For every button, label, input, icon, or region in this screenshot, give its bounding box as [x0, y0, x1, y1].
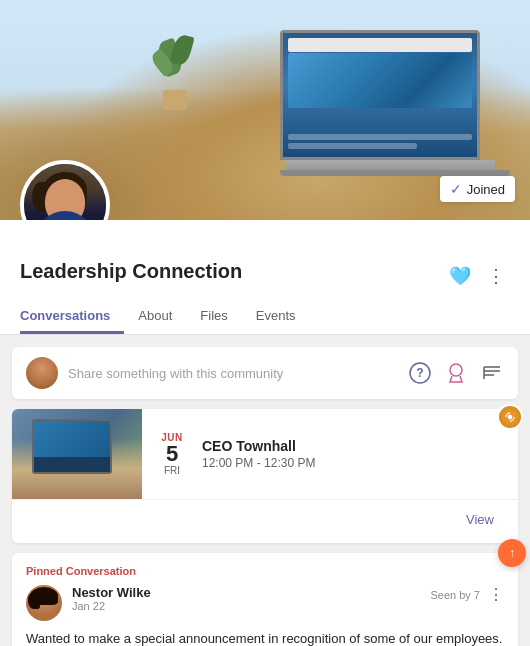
pinned-conversation: ↑ Pinned Conversation Nestor Wilke Jan 2… — [12, 553, 518, 646]
pinned-label: Pinned Conversation — [26, 565, 504, 577]
event-title: CEO Townhall — [202, 438, 510, 454]
heart-icon: 🩵 — [449, 265, 471, 287]
share-placeholder[interactable]: Share something with this community — [68, 366, 398, 381]
event-card: JUN 5 FRI CEO Townhall 12:00 PM - 12:30 … — [12, 409, 518, 543]
event-day: 5 — [166, 443, 178, 465]
event-card-wrapper: JUN 5 FRI CEO Townhall 12:00 PM - 12:30 … — [12, 409, 518, 543]
tab-files[interactable]: Files — [186, 300, 241, 334]
post-meta: Nestor Wilke Jan 22 — [72, 585, 430, 612]
tab-events[interactable]: Events — [242, 300, 310, 334]
event-weekday: FRI — [164, 465, 180, 476]
tab-about[interactable]: About — [124, 300, 186, 334]
svg-text:?: ? — [416, 366, 423, 380]
post-more-button[interactable]: ⋮ — [488, 585, 504, 604]
ellipsis-icon: ⋮ — [487, 265, 505, 287]
more-options-button[interactable]: ⋮ — [482, 262, 510, 290]
event-details: CEO Townhall 12:00 PM - 12:30 PM — [202, 438, 510, 470]
event-view-button[interactable]: View — [452, 504, 508, 535]
format-button[interactable] — [480, 361, 504, 385]
community-info-section: Leadership Connection 🩵 ⋮ Conversations … — [0, 220, 530, 335]
post-meta-right: Seen by 7 ⋮ — [430, 585, 504, 604]
event-time: 12:00 PM - 12:30 PM — [202, 456, 510, 470]
award-button[interactable] — [444, 361, 468, 385]
plant-decoration — [150, 30, 200, 110]
post-body: Wanted to make a special announcement in… — [26, 629, 504, 646]
share-box: Share something with this community ? — [12, 347, 518, 399]
post-body-text: Wanted to make a special announcement in… — [26, 631, 502, 646]
content-area: Share something with this community ? — [0, 335, 530, 646]
info-actions: 🩵 ⋮ — [446, 262, 510, 290]
svg-point-7 — [508, 415, 513, 420]
joined-badge[interactable]: ✓ Joined — [440, 176, 515, 202]
tab-conversations[interactable]: Conversations — [20, 300, 124, 334]
community-avatar — [20, 160, 110, 220]
checkmark-icon: ✓ — [450, 181, 462, 197]
post-author-name: Nestor Wilke — [72, 585, 430, 600]
scroll-to-top-button[interactable]: ↑ — [498, 539, 526, 567]
like-button[interactable]: 🩵 — [446, 262, 474, 290]
laptop-decoration — [280, 30, 500, 185]
svg-point-2 — [450, 364, 462, 376]
post-header: Nestor Wilke Jan 22 Seen by 7 ⋮ — [26, 585, 504, 621]
joined-label: Joined — [467, 182, 505, 197]
live-indicator — [497, 404, 523, 430]
share-actions: ? — [408, 361, 504, 385]
quiz-button[interactable]: ? — [408, 361, 432, 385]
event-thumbnail — [12, 409, 142, 499]
post-seen-count: Seen by 7 — [430, 589, 480, 601]
hero-banner: ✓ Joined — [0, 0, 530, 220]
post-date: Jan 22 — [72, 600, 430, 612]
event-date: JUN 5 FRI — [150, 432, 194, 476]
post-author-avatar — [26, 585, 62, 621]
community-tabs: Conversations About Files Events — [20, 300, 510, 334]
user-avatar — [26, 357, 58, 389]
community-name: Leadership Connection — [20, 260, 242, 283]
